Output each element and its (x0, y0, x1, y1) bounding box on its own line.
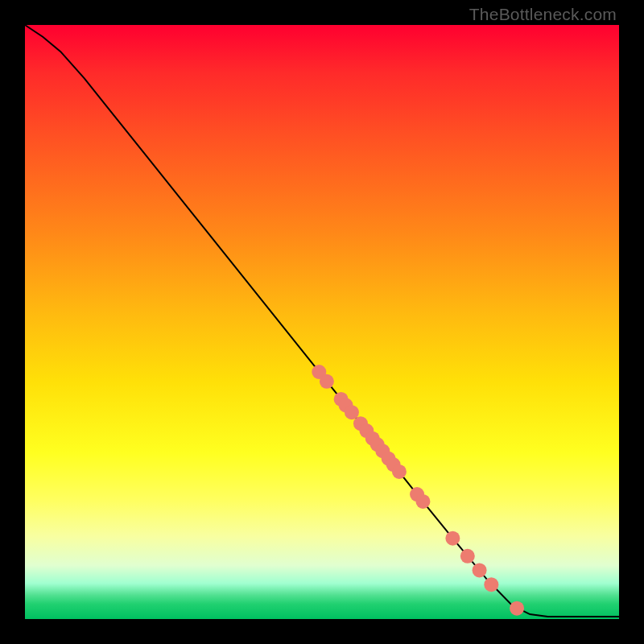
chart-point (473, 563, 487, 577)
chart-point (484, 577, 498, 592)
chart-points-group (312, 365, 524, 616)
chart-point (445, 531, 460, 546)
chart-point (345, 405, 359, 419)
chart-point (415, 494, 430, 509)
chart-point (460, 549, 475, 564)
chart-svg-overlay (25, 25, 619, 619)
chart-point (392, 464, 407, 479)
chart-curve (25, 25, 619, 617)
watermark-text: TheBottleneck.com (469, 5, 617, 24)
chart-point (510, 601, 524, 616)
chart-point (320, 374, 334, 389)
